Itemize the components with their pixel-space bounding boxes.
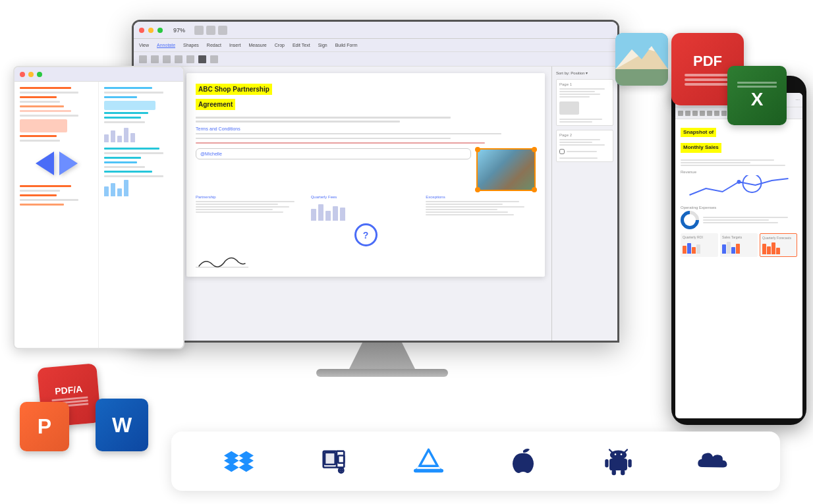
ann-font-icon[interactable] (210, 55, 218, 63)
image-handle-bl[interactable] (475, 187, 480, 192)
cloud-storage-icon[interactable] (696, 445, 729, 478)
menu-sign[interactable]: Sign (318, 43, 327, 47)
title-text-line2: Agreement (196, 99, 235, 110)
excel-badge-inner: X (727, 66, 787, 125)
arrow-right-icon (59, 152, 78, 175)
quarterly-title: Quarterly Fees (311, 195, 421, 199)
image-handle-br[interactable] (532, 187, 537, 192)
android-icon[interactable] (602, 445, 634, 478)
grid-cell-2: Sales Targets (720, 233, 758, 257)
ann-stamp-icon[interactable] (186, 55, 194, 63)
excel-lines (737, 82, 777, 88)
apple-icon[interactable] (507, 445, 540, 478)
menu-annotate[interactable]: Annotate (157, 43, 175, 48)
tann-3[interactable] (692, 111, 698, 116)
google-drive-icon[interactable] (412, 445, 445, 478)
revenue-chart (681, 175, 797, 202)
signature-area (196, 254, 248, 267)
menu-view[interactable]: View (139, 43, 149, 47)
browser-minimize[interactable] (28, 72, 34, 77)
image-handle-tr[interactable] (532, 147, 537, 152)
gb-2-2 (727, 242, 731, 254)
ann-shape-icon[interactable] (163, 55, 171, 63)
grid-bars-2 (722, 240, 756, 254)
br-3 (104, 96, 137, 98)
tann-4[interactable] (700, 111, 705, 116)
tl-2 (681, 162, 750, 163)
powerpoint-badge: P (20, 402, 69, 451)
tann-7[interactable] (721, 111, 727, 116)
pdf-app: 97% View Annotate Shapes Redact Insert M… (134, 22, 617, 341)
revenue-label: Revenue (681, 170, 797, 174)
svg-marker-10 (224, 456, 239, 465)
page-icon[interactable] (206, 26, 215, 35)
menu-crop[interactable]: Crop (275, 43, 285, 47)
tann-1[interactable] (678, 111, 683, 116)
browser-close[interactable] (20, 72, 25, 77)
svg-marker-9 (238, 456, 254, 465)
browser-content (14, 82, 183, 348)
tann-6[interactable] (714, 111, 719, 116)
oe-line-3 (703, 222, 778, 223)
dropbox-icon[interactable] (222, 445, 255, 478)
svg-rect-23 (414, 468, 443, 472)
tann-2[interactable] (685, 111, 690, 116)
reply-checkbox[interactable] (559, 149, 565, 154)
tl-1 (681, 159, 774, 161)
drive-svg (414, 447, 443, 476)
gallery-inner (615, 33, 668, 86)
menu-redact[interactable]: Redact (207, 43, 221, 47)
browser-right-panel (99, 82, 183, 348)
menu-measure[interactable]: Measure (249, 43, 267, 47)
gb-3-1 (762, 244, 766, 254)
rt-label-1: Page 1 (559, 82, 610, 86)
br-10 (104, 161, 137, 163)
gallery-badge (615, 33, 668, 86)
image-handle-tl[interactable] (475, 147, 480, 152)
grid-cell-1: Quarterly ROI (681, 233, 718, 257)
tab-more-icon[interactable]: ··· (795, 97, 800, 103)
nav-icon[interactable] (194, 26, 204, 35)
tablet: Annot... ··· Snapshot of Monthly Sales (671, 76, 806, 425)
svg-rect-16 (338, 455, 344, 462)
ann-text-icon[interactable] (139, 55, 147, 63)
grid-bars-3 (762, 241, 795, 254)
gb-1-1 (683, 246, 687, 254)
br-5 (104, 117, 141, 119)
close-dot[interactable] (139, 28, 144, 33)
android-svg (603, 447, 633, 476)
ann-highlight-icon[interactable] (151, 55, 159, 63)
bl-4 (20, 101, 60, 103)
oe-line-2 (703, 219, 769, 221)
browser-maximize[interactable] (37, 72, 42, 77)
file-icon[interactable] (218, 26, 227, 35)
maximize-dot[interactable] (157, 28, 163, 33)
doc-embedded-image[interactable] (476, 148, 536, 191)
bl-3 (20, 96, 57, 98)
gb-3-3 (771, 242, 775, 254)
rt-label-2: Page 2 (559, 133, 610, 137)
tablet-content: Snapshot of Monthly Sales Revenue (675, 119, 802, 418)
menu-builform[interactable]: Build Form (335, 43, 358, 47)
menu-insert[interactable]: Insert (229, 43, 241, 47)
page-title-highlight: ABC Shop Partnership Agreement (196, 82, 536, 113)
tann-5[interactable] (707, 111, 712, 116)
scanner-icon[interactable] (317, 445, 350, 478)
menu-shapes[interactable]: Shapes (183, 43, 199, 47)
gb-2-4 (736, 244, 740, 254)
svg-rect-33 (621, 470, 625, 475)
excel-badge: X (727, 66, 787, 125)
minimize-dot[interactable] (148, 28, 154, 33)
ann-draw-icon[interactable] (175, 55, 182, 63)
pdf-line-2 (685, 78, 731, 81)
br-6 (104, 121, 145, 123)
grid-label-1: Quarterly ROI (683, 235, 716, 239)
title-text-line1: ABC Shop Partnership (196, 84, 272, 95)
br-bar-4 (124, 128, 128, 142)
partnership-title: Partnership (196, 195, 306, 199)
browser-panel (13, 66, 184, 349)
menu-edittext[interactable]: Edit Text (293, 43, 310, 47)
ann-color-icon[interactable] (198, 55, 206, 63)
svg-rect-24 (609, 459, 627, 470)
br-2 (104, 92, 163, 94)
